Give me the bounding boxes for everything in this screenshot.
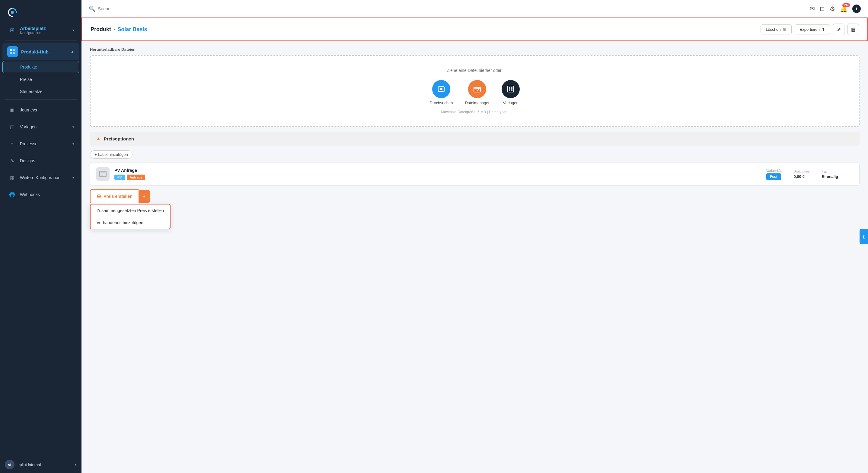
- file-upload-area[interactable]: Ziehe eine Datei hierher oder: Durchsuch…: [90, 55, 860, 127]
- collapse-panel-button[interactable]: ❮: [860, 229, 868, 244]
- product-hub-label: Produkt-Hub: [21, 49, 71, 54]
- create-price-dropdown-button[interactable]: ▾: [138, 190, 150, 203]
- sidebar-item-weitere-konfiguration[interactable]: ▦ Weitere Konfiguration ▾: [2, 170, 79, 186]
- price-item-menu-button[interactable]: ⋮: [843, 170, 853, 178]
- sidebar-logo: [0, 0, 82, 22]
- app-logo-icon: [6, 6, 19, 19]
- label-add-button[interactable]: + Label hinzufügen: [90, 150, 132, 158]
- svg-rect-8: [440, 86, 442, 87]
- label-add-text: Label hinzufügen: [98, 152, 128, 157]
- product-hub-icon: [7, 46, 18, 57]
- export-button[interactable]: Exportieren ⬆: [795, 25, 830, 34]
- file-upload-hint: Ziehe eine Datei hierher oder:: [97, 68, 853, 73]
- svg-rect-12: [509, 87, 510, 89]
- svg-rect-18: [101, 174, 104, 174]
- user-avatar: ei: [5, 460, 14, 469]
- file-upload-meta: Maximale Dateigröße: 5 MB | Datentypen:: [97, 110, 853, 114]
- vorlagen-button[interactable]: Vorlagen: [502, 80, 520, 105]
- create-price-button[interactable]: ⊕ Preis erstellen: [90, 189, 138, 203]
- price-item-info: PV Anfrage PV Anfrage: [114, 168, 762, 180]
- svg-rect-2: [10, 49, 12, 51]
- price-options-section: ▲ Preisoptionen + Label hinzufügen: [90, 132, 860, 208]
- weitere-konfiguration-chevron: ▾: [72, 176, 74, 180]
- svg-rect-5: [13, 52, 16, 54]
- mail-icon[interactable]: ✉: [810, 5, 815, 12]
- sidebar: ⊞ Arbeitsplatz Konfiguration ▾ Produkt-H…: [0, 0, 82, 473]
- search-area: 🔍: [89, 5, 810, 12]
- designs-label: Designs: [20, 158, 74, 163]
- steuersaetze-label: Steuersätze: [20, 89, 42, 94]
- bruttopreis-label: Bruttopreis: [794, 170, 810, 173]
- price-item-name: PV Anfrage: [114, 168, 762, 173]
- breadcrumb: Produkt › Solar Basis: [91, 26, 147, 33]
- sidebar-divider-1: [5, 40, 77, 41]
- label-add-row: + Label hinzufügen: [90, 150, 860, 158]
- dropdown-item-vorhandenes[interactable]: Vorhandenes hinzufügen: [91, 216, 170, 229]
- sidebar-divider-2: [5, 99, 77, 100]
- workspace-icon: ⊞: [7, 25, 17, 35]
- settings-icon[interactable]: ⚙: [830, 5, 835, 12]
- sidebar-item-preise[interactable]: Preise: [2, 74, 79, 85]
- sidebar-item-designs[interactable]: ✎ Designs: [2, 152, 79, 169]
- grid-button[interactable]: ▦: [847, 24, 859, 35]
- vorlagen-icon: ◫: [7, 122, 17, 132]
- export-icon: ⬆: [822, 27, 825, 32]
- delete-button[interactable]: Löschen 🗑: [761, 25, 791, 34]
- create-price-dropdown-menu: Zusammengesetzten Preis erstellen Vorhan…: [90, 204, 170, 229]
- produkte-label: Produkte: [20, 65, 37, 69]
- durchsuchen-label: Durchsuchen: [430, 100, 453, 105]
- product-hub-chevron: ▲: [71, 50, 74, 54]
- sidebar-footer[interactable]: ei epilot internal ▾: [0, 456, 82, 473]
- dropdown-item-zusammengesetzten[interactable]: Zusammengesetzten Preis erstellen: [91, 205, 170, 216]
- price-options-header[interactable]: ▲ Preisoptionen: [90, 132, 860, 146]
- create-price-row: ⊕ Preis erstellen ▾ Zusammengesetzten Pr…: [90, 189, 860, 203]
- prozesse-chevron: ▾: [72, 142, 74, 146]
- folder-icon[interactable]: ⊟: [820, 5, 825, 12]
- svg-rect-13: [511, 87, 513, 89]
- webhooks-label: Webhooks: [20, 192, 74, 197]
- designs-icon: ✎: [7, 156, 17, 166]
- svg-rect-14: [509, 89, 510, 91]
- typ-col: Typ Einmalig: [822, 170, 838, 179]
- prozesse-label: Prozesse: [20, 141, 72, 146]
- delete-icon: 🗑: [783, 27, 786, 32]
- breadcrumb-root: Produkt: [91, 26, 111, 33]
- files-section-title: Herunterladbare Dateien: [90, 47, 860, 52]
- delete-label: Löschen: [766, 27, 780, 32]
- svg-rect-15: [511, 89, 513, 91]
- bruttopreis-col: Bruttopreis 0,00 €: [794, 170, 810, 179]
- notifications-icon[interactable]: 🔔 99+: [840, 5, 847, 12]
- typ-label: Typ: [822, 170, 838, 173]
- svg-point-10: [477, 87, 479, 89]
- svg-rect-11: [508, 86, 514, 92]
- dateimanager-button[interactable]: Dateimanager: [465, 80, 490, 105]
- sidebar-item-vorlagen[interactable]: ◫ Vorlagen ▾: [2, 119, 79, 135]
- file-upload-buttons: Durchsuchen Dateimanager: [97, 80, 853, 105]
- breadcrumb-bar: Produkt › Solar Basis Löschen 🗑 Exportie…: [82, 18, 868, 41]
- sidebar-item-journeys[interactable]: ▣ Journeys: [2, 102, 79, 118]
- grid-icon: ▦: [851, 27, 856, 32]
- create-price-label: Preis erstellen: [103, 194, 132, 199]
- svg-rect-17: [101, 173, 105, 173]
- sidebar-item-produkte[interactable]: Produkte: [2, 61, 79, 73]
- notification-badge: 99+: [842, 3, 850, 7]
- workspace-chevron: ▾: [72, 28, 74, 32]
- webhooks-icon: 🌐: [7, 190, 17, 199]
- collapse-panel-icon: ❮: [862, 234, 866, 239]
- info-icon[interactable]: i: [852, 4, 861, 13]
- vorlagen-upload-icon: [502, 80, 520, 98]
- journeys-label: Journeys: [20, 108, 74, 112]
- share-button[interactable]: ⇗: [833, 24, 844, 35]
- files-section: Herunterladbare Dateien Ziehe eine Datei…: [82, 41, 868, 214]
- sidebar-item-prozesse[interactable]: ⑃ Prozesse ▾: [2, 136, 79, 152]
- sidebar-product-hub[interactable]: Produkt-Hub ▲: [2, 43, 79, 60]
- tag-pv: PV: [114, 175, 125, 180]
- breadcrumb-separator: ›: [114, 27, 115, 32]
- durchsuchen-button[interactable]: Durchsuchen: [430, 80, 453, 105]
- sidebar-workspace[interactable]: ⊞ Arbeitsplatz Konfiguration ▾: [2, 22, 79, 38]
- sidebar-item-steuersaetze[interactable]: Steuersätze: [2, 86, 79, 97]
- sidebar-item-webhooks[interactable]: 🌐 Webhooks: [2, 186, 79, 203]
- search-input[interactable]: [98, 6, 188, 11]
- export-label: Exportieren: [800, 27, 820, 32]
- variabilitaet-col: Variabilität Fest: [766, 169, 782, 179]
